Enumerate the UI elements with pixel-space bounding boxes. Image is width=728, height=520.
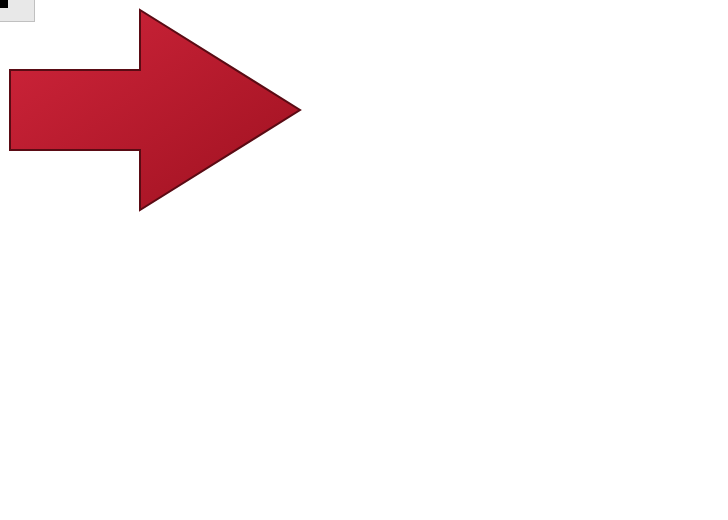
arrow-annotation-icon	[0, 0, 320, 220]
fill-handle[interactable]	[0, 0, 8, 8]
spreadsheet	[0, 0, 728, 520]
